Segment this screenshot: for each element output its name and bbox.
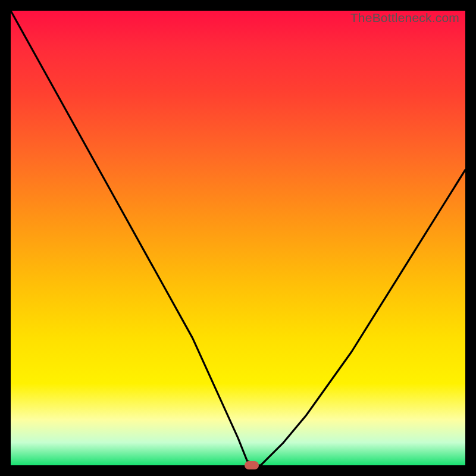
- chart-plot-area: TheBottleneck.com: [11, 11, 465, 465]
- optimal-point-marker: [245, 461, 259, 469]
- chart-frame: TheBottleneck.com: [0, 0, 476, 476]
- bottleneck-curve: [11, 11, 465, 465]
